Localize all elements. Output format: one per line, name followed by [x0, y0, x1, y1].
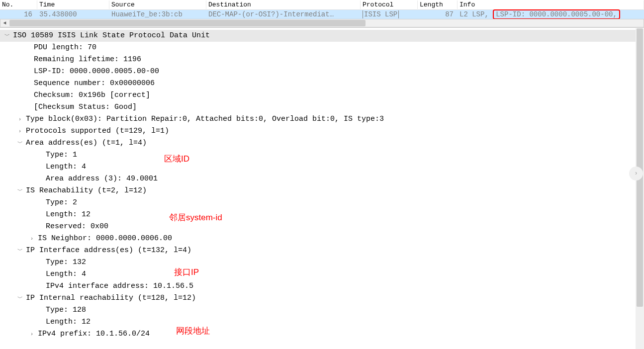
- chevron-down-icon[interactable]: ﹀: [16, 139, 24, 148]
- chevron-right-icon[interactable]: ›: [16, 115, 24, 124]
- tree-area-length[interactable]: Length: 4: [0, 161, 644, 173]
- col-header-destination[interactable]: Destination: [206, 0, 361, 9]
- tree-is-neighbor[interactable]: ›IS Neighbor: 0000.0000.0006.00: [0, 233, 644, 245]
- chevron-down-icon[interactable]: ﹀: [16, 186, 24, 195]
- col-header-info[interactable]: Info: [458, 0, 644, 9]
- scroll-nav-right-icon[interactable]: ›: [629, 167, 643, 180]
- chevron-down-icon[interactable]: ﹀: [16, 246, 24, 255]
- tree-pdu-length[interactable]: PDU length: 70: [0, 42, 644, 54]
- packet-row[interactable]: 16 35.438000 HuaweiTe_be:3b:cb DEC-MAP-(…: [0, 10, 644, 19]
- tree-type-block[interactable]: ›Type block(0x03): Partition Repair:0, A…: [0, 113, 644, 125]
- packet-length: 87: [418, 10, 458, 18]
- tree-ip-interface[interactable]: ﹀IP Interface address(es) (t=132, l=4): [0, 245, 644, 257]
- tree-is-length[interactable]: Length: 12: [0, 209, 644, 221]
- tree-area-addresses[interactable]: ﹀Area address(es) (t=1, l=4): [0, 137, 644, 149]
- tree-remaining-lifetime[interactable]: Remaining lifetime: 1196: [0, 54, 644, 66]
- tree-is-type[interactable]: Type: 2: [0, 197, 644, 209]
- tree-ip-ir-type[interactable]: Type: 128: [0, 304, 644, 316]
- tree-ip-int-addr[interactable]: IPv4 interface address: 10.1.56.5: [0, 280, 644, 292]
- tree-is-reserved[interactable]: Reserved: 0x00: [0, 221, 644, 233]
- col-header-length[interactable]: Length: [418, 0, 458, 9]
- tree-area-address[interactable]: Area address (3): 49.0001: [0, 173, 644, 185]
- tree-sequence-number[interactable]: Sequence number: 0x00000006: [0, 78, 644, 89]
- tree-root-isis[interactable]: ﹀ ISO 10589 ISIS Link State Protocol Dat…: [0, 30, 644, 42]
- tree-ip-int-length[interactable]: Length: 4: [0, 268, 644, 280]
- tree-label: ISO 10589 ISIS Link State Protocol Data …: [13, 30, 210, 42]
- tree-protocols-supported[interactable]: ›Protocols supported (t=129, l=1): [0, 125, 644, 137]
- lsp-id-highlight: LSP-ID: 0000.0000.0005.00-00,: [493, 9, 620, 19]
- packet-details-pane: ﹀ ISO 10589 ISIS Link State Protocol Dat…: [0, 28, 644, 342]
- tree-ip-ir-length[interactable]: Length: 12: [0, 316, 644, 328]
- tree-area-type[interactable]: Type: 1: [0, 149, 644, 161]
- col-header-time[interactable]: Time: [37, 0, 109, 9]
- horizontal-scrollbar[interactable]: ◄: [0, 19, 644, 27]
- col-header-protocol[interactable]: Protocol: [361, 0, 418, 9]
- chevron-down-icon[interactable]: ﹀: [3, 31, 11, 40]
- tree-ip-ir-prefix[interactable]: ›IPv4 prefix: 10.1.56.0/24: [0, 328, 644, 340]
- packet-destination: DEC-MAP-(or-OSI?)-Intermediat…: [206, 10, 361, 18]
- scroll-left-icon[interactable]: ◄: [0, 19, 9, 27]
- tree-ip-int-type[interactable]: Type: 132: [0, 257, 644, 268]
- chevron-down-icon[interactable]: ﹀: [16, 294, 24, 303]
- tree-checksum[interactable]: Checksum: 0x196b [correct]: [0, 89, 644, 101]
- annotation-interface-ip: 接口IP: [174, 265, 199, 279]
- tree-is-reachability[interactable]: ﹀IS Reachability (t=2, l=12): [0, 185, 644, 197]
- col-header-source[interactable]: Source: [109, 0, 206, 9]
- tree-ip-internal[interactable]: ﹀IP Internal reachability (t=128, l=12): [0, 292, 644, 304]
- chevron-right-icon[interactable]: ›: [16, 127, 24, 136]
- chevron-right-icon[interactable]: ›: [28, 330, 36, 339]
- column-header-row: No. Time Source Destination Protocol Len…: [0, 0, 644, 10]
- packet-protocol: ISIS LSP: [361, 10, 418, 18]
- packet-source: HuaweiTe_be:3b:cb: [109, 10, 206, 18]
- tree-checksum-status[interactable]: [Checksum Status: Good]: [0, 101, 644, 113]
- packet-info: L2 LSP, LSP-ID: 0000.0000.0005.00-00,: [458, 9, 644, 19]
- annotation-area-id: 区域ID: [164, 152, 189, 166]
- col-header-no[interactable]: No.: [0, 0, 37, 9]
- packet-time: 35.438000: [37, 10, 109, 18]
- vertical-scrollbar[interactable]: [636, 28, 644, 349]
- packet-no: 16: [0, 10, 37, 18]
- chevron-right-icon[interactable]: ›: [28, 234, 36, 243]
- annotation-neighbor-system-id: 邻居system-id: [169, 211, 222, 224]
- packet-info-prefix: L2 LSP,: [460, 10, 489, 18]
- annotation-network-address: 网段地址: [176, 324, 210, 338]
- packet-list-pane: No. Time Source Destination Protocol Len…: [0, 0, 644, 28]
- scroll-thumb[interactable]: [9, 20, 366, 26]
- tree-lsp-id[interactable]: LSP-ID: 0000.0000.0005.00-00: [0, 66, 644, 78]
